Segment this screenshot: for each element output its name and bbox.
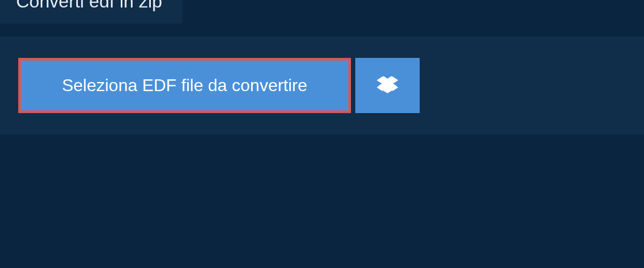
select-file-button[interactable]: Seleziona EDF file da convertire: [18, 58, 351, 113]
button-row: Seleziona EDF file da convertire: [0, 36, 644, 113]
dropbox-button[interactable]: [355, 58, 420, 113]
converter-panel: Converti edf in zip Seleziona EDF file d…: [0, 36, 644, 135]
tab-convert[interactable]: Converti edf in zip: [0, 0, 182, 24]
select-file-label: Seleziona EDF file da convertire: [62, 76, 307, 95]
tab-label: Converti edf in zip: [16, 0, 162, 11]
dropbox-icon: [377, 74, 398, 98]
